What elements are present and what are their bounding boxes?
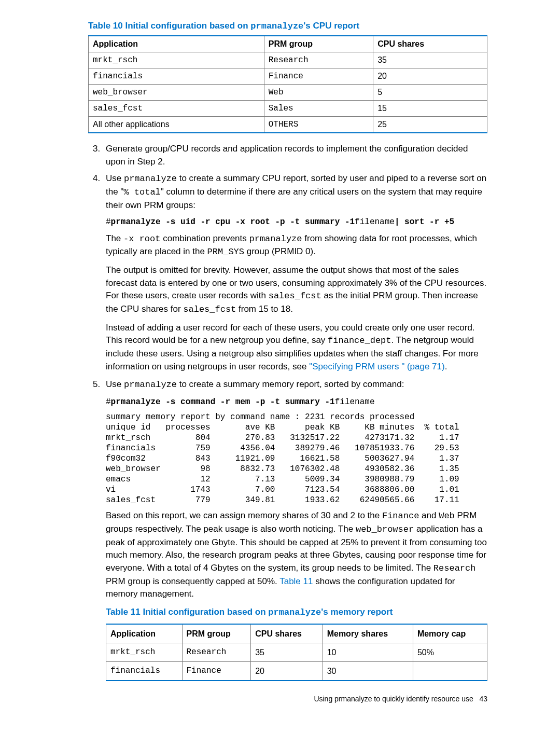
s4p3-m1: sales_fcst: [269, 291, 321, 301]
t10-r2-shares: 5: [373, 85, 487, 101]
t10-r1-group: Finance: [264, 68, 373, 85]
table11-title-mono: prmanalyze: [268, 607, 321, 617]
t10-r0-shares: 35: [373, 52, 487, 68]
t10-r0-group: Research: [264, 52, 373, 68]
s4p2-d: group (PRMID 0).: [244, 246, 316, 256]
table-row: financials Finance 20 30: [106, 661, 487, 681]
s5p-a: Based on this report, we can assign memo…: [106, 510, 382, 520]
step5-command: #prmanalyze -s command -r mem -p -t summ…: [106, 397, 487, 408]
table-row: All other applications OTHERS 25: [89, 117, 487, 133]
t10-r3-app: sales_fcst: [89, 101, 264, 117]
s5p-link[interactable]: Table 11: [279, 576, 313, 586]
s4p4-m1: finance_dept: [328, 336, 391, 346]
t11-r1-cap: [413, 661, 487, 681]
s5p-m3: web_browser: [356, 524, 414, 534]
t11-h4: Memory cap: [413, 624, 487, 643]
table-row: mrkt_rsch Research 35 10 50%: [106, 643, 487, 661]
s5-b: to create a summary memory report, sorte…: [177, 379, 404, 389]
t10-r0-app: mrkt_rsch: [89, 52, 264, 68]
s4p2-a: The: [106, 233, 123, 243]
t11-r0-group: Research: [182, 643, 251, 661]
s5cmd-main: prmanalyze -s command -r mem -p -t summa…: [111, 397, 335, 407]
table10-h1: PRM group: [264, 36, 373, 52]
s4-m1: prmanalyze: [124, 174, 177, 184]
t11-r0-mem: 10: [323, 643, 413, 661]
t11-h0: Application: [106, 624, 183, 643]
table-row: mrkt_rsch Research 35: [89, 52, 487, 68]
page-footer: Using prmanalyze to quickly identify res…: [88, 695, 487, 703]
t11-r0-cap: 50%: [413, 643, 487, 661]
s4-m2: % total: [123, 187, 160, 197]
step-5: Use prmanalyze to create a summary memor…: [103, 378, 487, 681]
table10: Application PRM group CPU shares mrkt_rs…: [88, 35, 487, 133]
t11-r1-cpu: 20: [251, 661, 323, 681]
s5p-m4: Research: [433, 563, 476, 573]
table10-h0: Application: [89, 36, 264, 52]
step-3: Generate group/CPU records and applicati…: [103, 143, 487, 168]
t11-h3: Memory shares: [323, 624, 413, 643]
s5cmd-hash: #: [106, 397, 111, 407]
table11-header-row: Application PRM group CPU shares Memory …: [106, 624, 487, 643]
table10-h2: CPU shares: [373, 36, 487, 52]
step-4: Use prmanalyze to create a summary CPU r…: [103, 172, 487, 373]
table11-title: Table 11 Initial configuration based on …: [106, 606, 487, 619]
s4cmd-fn: filename: [355, 217, 395, 227]
step5-para: Based on this report, we can assign memo…: [106, 509, 487, 600]
t11-h1: PRM group: [182, 624, 251, 643]
s5p-e: PRM group is consequently capped at 50%.: [106, 576, 279, 586]
t10-r4-app: All other applications: [89, 117, 264, 133]
memory-report: summary memory report by command name : …: [106, 412, 487, 505]
t11-h2: CPU shares: [251, 624, 323, 643]
t11-r0-cpu: 35: [251, 643, 323, 661]
s4cmd-hash: #: [106, 217, 111, 227]
s4p4-link[interactable]: "Specifying PRM users " (page 71): [309, 362, 445, 371]
t10-r3-shares: 15: [373, 101, 487, 117]
t11-r1-app: financials: [106, 661, 183, 681]
table10-title-prefix: Table 10 Initial configuration based on: [88, 21, 250, 31]
t10-r1-app: financials: [89, 68, 264, 85]
t11-r0-app: mrkt_rsch: [106, 643, 183, 661]
s5-a: Use: [106, 379, 124, 389]
step4-para3: The output is omitted for brevity. Howev…: [106, 264, 487, 316]
table11-title-prefix: Table 11 Initial configuration based on: [106, 607, 268, 617]
s4-a: Use: [106, 173, 124, 183]
s4p3-c: from 15 to 18.: [236, 304, 293, 314]
s4p2-b: combination prevents: [160, 233, 249, 243]
table10-title-suffix: 's CPU report: [303, 21, 359, 31]
t10-r4-group: OTHERS: [264, 117, 373, 133]
steps-list: Generate group/CPU records and applicati…: [88, 143, 487, 681]
t10-r1-shares: 20: [373, 68, 487, 85]
page: Table 10 Initial configuration based on …: [0, 0, 560, 724]
s4p4-c: .: [445, 362, 447, 371]
s4p2-m2: prmanalyze: [249, 234, 302, 244]
table10-title-mono: prmanalyze: [250, 21, 303, 31]
s4p2-m3: PRM_SYS: [207, 247, 244, 257]
step4-intro: Use prmanalyze to create a summary CPU r…: [106, 172, 487, 212]
table10-title: Table 10 Initial configuration based on …: [88, 21, 487, 31]
footer-text: Using prmanalyze to quickly identify res…: [314, 695, 473, 703]
t10-r2-app: web_browser: [89, 85, 264, 101]
s5p-m1: Finance: [382, 511, 419, 521]
t10-r3-group: Sales: [264, 101, 373, 117]
step4-para2: The -x root combination prevents prmanal…: [106, 232, 487, 259]
table11-title-suffix: 's memory report: [321, 607, 393, 617]
s5-m1: prmanalyze: [124, 380, 177, 390]
t11-r1-group: Finance: [182, 661, 251, 681]
step5-intro: Use prmanalyze to create a summary memor…: [106, 378, 487, 392]
s5p-b: and: [419, 510, 439, 520]
t11-r1-mem: 30: [323, 661, 413, 681]
s4cmd-sort: | sort -r +5: [395, 217, 454, 227]
s5p-m2: Web: [439, 511, 455, 521]
step4-para4: Instead of adding a user record for each…: [106, 322, 487, 374]
s4-c: " column to determine if there are any c…: [106, 187, 482, 210]
table-row: financials Finance 20: [89, 68, 487, 85]
s4p3-m2: sales_fcst: [183, 305, 236, 314]
footer-page: 43: [479, 695, 487, 703]
table11: Application PRM group CPU shares Memory …: [106, 624, 487, 682]
step4-command: #prmanalyze -s uid -r cpu -x root -p -t …: [106, 217, 487, 228]
step3-text: Generate group/CPU records and applicati…: [106, 144, 468, 167]
s5cmd-fn: filename: [335, 397, 375, 407]
s4cmd-main: prmanalyze -s uid -r cpu -x root -p -t s…: [111, 217, 355, 227]
t10-r2-group: Web: [264, 85, 373, 101]
table-row: web_browser Web 5: [89, 85, 487, 101]
